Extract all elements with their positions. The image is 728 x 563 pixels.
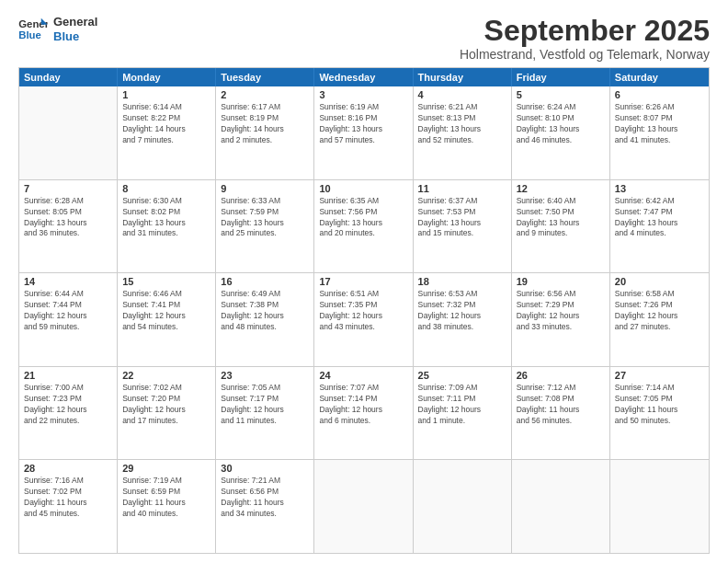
day-number: 3 [319,89,407,100]
day-info: Sunrise: 6:44 AM Sunset: 7:44 PM Dayligh… [24,289,112,333]
calendar-cell: 3Sunrise: 6:19 AM Sunset: 8:16 PM Daylig… [314,86,413,179]
day-info: Sunrise: 6:46 AM Sunset: 7:41 PM Dayligh… [122,289,210,333]
day-info: Sunrise: 6:17 AM Sunset: 8:19 PM Dayligh… [221,102,309,146]
header-day-tuesday: Tuesday [216,68,314,86]
day-number: 10 [319,183,407,194]
calendar-cell: 15Sunrise: 6:46 AM Sunset: 7:41 PM Dayli… [118,273,216,366]
calendar-cell: 10Sunrise: 6:35 AM Sunset: 7:56 PM Dayli… [314,180,413,273]
day-info: Sunrise: 6:14 AM Sunset: 8:22 PM Dayligh… [122,102,210,146]
day-info: Sunrise: 7:14 AM Sunset: 7:05 PM Dayligh… [615,383,704,427]
calendar-cell: 6Sunrise: 6:26 AM Sunset: 8:07 PM Daylig… [610,86,709,179]
day-number: 6 [615,89,704,100]
logo-icon: General Blue [18,17,48,42]
calendar-cell: 17Sunrise: 6:51 AM Sunset: 7:35 PM Dayli… [314,273,413,366]
calendar-week-1: 1Sunrise: 6:14 AM Sunset: 8:22 PM Daylig… [19,86,709,179]
calendar-cell: 16Sunrise: 6:49 AM Sunset: 7:38 PM Dayli… [216,273,314,366]
calendar-header: SundayMondayTuesdayWednesdayThursdayFrid… [19,68,709,86]
day-info: Sunrise: 7:16 AM Sunset: 7:02 PM Dayligh… [24,476,112,520]
calendar-cell [314,460,413,553]
logo-line2: Blue [53,29,97,44]
day-number: 24 [319,370,407,381]
calendar-cell: 18Sunrise: 6:53 AM Sunset: 7:32 PM Dayli… [414,273,512,366]
day-info: Sunrise: 6:21 AM Sunset: 8:13 PM Dayligh… [418,102,506,146]
calendar-cell: 19Sunrise: 6:56 AM Sunset: 7:29 PM Dayli… [512,273,610,366]
day-number: 16 [221,276,309,287]
logo: General Blue General Blue [18,15,97,43]
day-info: Sunrise: 7:19 AM Sunset: 6:59 PM Dayligh… [122,476,210,520]
day-info: Sunrise: 6:49 AM Sunset: 7:38 PM Dayligh… [221,289,309,333]
day-number: 18 [418,276,506,287]
day-number: 28 [24,463,112,474]
page-header: General Blue General Blue September 2025… [18,15,710,62]
day-number: 23 [221,370,309,381]
calendar-cell: 5Sunrise: 6:24 AM Sunset: 8:10 PM Daylig… [512,86,610,179]
day-number: 12 [517,183,605,194]
calendar-week-3: 14Sunrise: 6:44 AM Sunset: 7:44 PM Dayli… [19,272,709,366]
day-info: Sunrise: 6:28 AM Sunset: 8:05 PM Dayligh… [24,196,112,240]
calendar-cell: 9Sunrise: 6:33 AM Sunset: 7:59 PM Daylig… [216,180,314,273]
calendar-cell [414,460,512,553]
day-number: 15 [122,276,210,287]
day-info: Sunrise: 6:26 AM Sunset: 8:07 PM Dayligh… [615,102,704,146]
calendar-cell: 27Sunrise: 7:14 AM Sunset: 7:05 PM Dayli… [610,367,709,460]
svg-text:Blue: Blue [18,29,41,40]
calendar-cell: 14Sunrise: 6:44 AM Sunset: 7:44 PM Dayli… [19,273,118,366]
day-number: 11 [418,183,506,194]
calendar-cell: 1Sunrise: 6:14 AM Sunset: 8:22 PM Daylig… [118,86,216,179]
day-info: Sunrise: 6:51 AM Sunset: 7:35 PM Dayligh… [319,289,407,333]
day-number: 17 [319,276,407,287]
day-number: 14 [24,276,112,287]
day-info: Sunrise: 6:37 AM Sunset: 7:53 PM Dayligh… [418,196,506,240]
calendar-cell [19,86,118,179]
day-number: 26 [517,370,605,381]
day-number: 19 [517,276,605,287]
calendar-cell: 24Sunrise: 7:07 AM Sunset: 7:14 PM Dayli… [314,367,413,460]
day-number: 30 [221,463,309,474]
day-info: Sunrise: 7:07 AM Sunset: 7:14 PM Dayligh… [319,383,407,427]
calendar-cell: 12Sunrise: 6:40 AM Sunset: 7:50 PM Dayli… [512,180,610,273]
calendar-cell: 21Sunrise: 7:00 AM Sunset: 7:23 PM Dayli… [19,367,118,460]
calendar-cell: 11Sunrise: 6:37 AM Sunset: 7:53 PM Dayli… [414,180,512,273]
day-info: Sunrise: 6:56 AM Sunset: 7:29 PM Dayligh… [517,289,605,333]
header-day-friday: Friday [512,68,610,86]
calendar-cell: 23Sunrise: 7:05 AM Sunset: 7:17 PM Dayli… [216,367,314,460]
day-number: 7 [24,183,112,194]
day-info: Sunrise: 6:30 AM Sunset: 8:02 PM Dayligh… [122,196,210,240]
day-info: Sunrise: 6:53 AM Sunset: 7:32 PM Dayligh… [418,289,506,333]
day-number: 13 [615,183,704,194]
calendar-grid: SundayMondayTuesdayWednesdayThursdayFrid… [18,67,710,554]
calendar-cell: 28Sunrise: 7:16 AM Sunset: 7:02 PM Dayli… [19,460,118,553]
day-info: Sunrise: 6:24 AM Sunset: 8:10 PM Dayligh… [517,102,605,146]
day-info: Sunrise: 7:21 AM Sunset: 6:56 PM Dayligh… [221,476,309,520]
calendar-cell: 26Sunrise: 7:12 AM Sunset: 7:08 PM Dayli… [512,367,610,460]
header-day-saturday: Saturday [610,68,709,86]
header-day-thursday: Thursday [414,68,512,86]
calendar-week-5: 28Sunrise: 7:16 AM Sunset: 7:02 PM Dayli… [19,459,709,553]
day-info: Sunrise: 6:35 AM Sunset: 7:56 PM Dayligh… [319,196,407,240]
day-info: Sunrise: 6:19 AM Sunset: 8:16 PM Dayligh… [319,102,407,146]
calendar-cell: 25Sunrise: 7:09 AM Sunset: 7:11 PM Dayli… [414,367,512,460]
calendar-cell: 7Sunrise: 6:28 AM Sunset: 8:05 PM Daylig… [19,180,118,273]
calendar-cell: 2Sunrise: 6:17 AM Sunset: 8:19 PM Daylig… [216,86,314,179]
calendar-page: General Blue General Blue September 2025… [0,0,728,563]
day-number: 29 [122,463,210,474]
title-block: September 2025 Holmestrand, Vestfold og … [460,15,710,62]
day-number: 2 [221,89,309,100]
day-info: Sunrise: 6:40 AM Sunset: 7:50 PM Dayligh… [517,196,605,240]
calendar-cell: 30Sunrise: 7:21 AM Sunset: 6:56 PM Dayli… [216,460,314,553]
day-number: 1 [122,89,210,100]
day-number: 4 [418,89,506,100]
calendar-week-2: 7Sunrise: 6:28 AM Sunset: 8:05 PM Daylig… [19,179,709,273]
location-subtitle: Holmestrand, Vestfold og Telemark, Norwa… [460,47,710,62]
day-info: Sunrise: 7:05 AM Sunset: 7:17 PM Dayligh… [221,383,309,427]
day-info: Sunrise: 7:12 AM Sunset: 7:08 PM Dayligh… [517,383,605,427]
calendar-week-4: 21Sunrise: 7:00 AM Sunset: 7:23 PM Dayli… [19,366,709,460]
calendar-cell [512,460,610,553]
day-number: 25 [418,370,506,381]
day-info: Sunrise: 6:42 AM Sunset: 7:47 PM Dayligh… [615,196,704,240]
day-info: Sunrise: 7:09 AM Sunset: 7:11 PM Dayligh… [418,383,506,427]
calendar-body: 1Sunrise: 6:14 AM Sunset: 8:22 PM Daylig… [19,86,709,553]
day-number: 21 [24,370,112,381]
month-title: September 2025 [460,15,710,47]
header-day-sunday: Sunday [19,68,118,86]
